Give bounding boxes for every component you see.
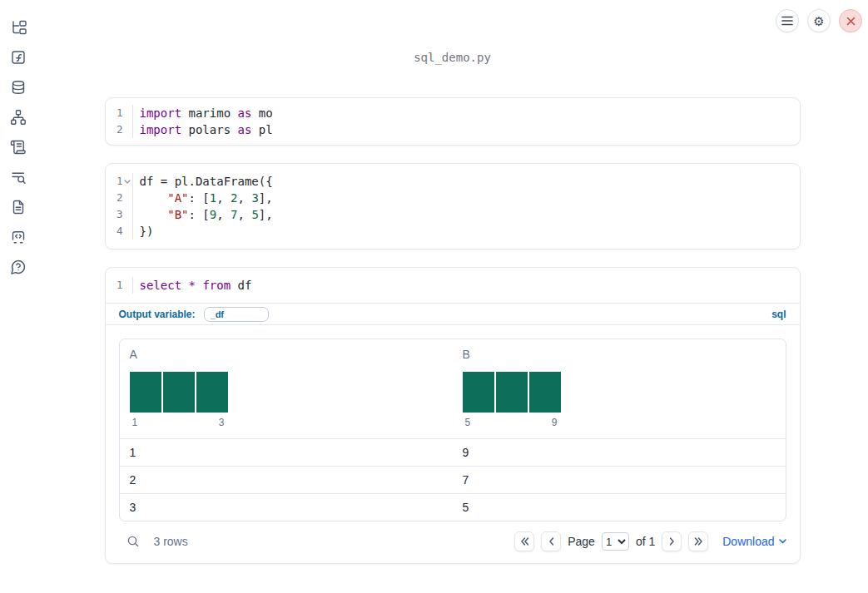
code-line[interactable]: 1df = pl.DataFrame({: [106, 173, 800, 190]
line-number: 1: [106, 277, 133, 294]
sidebar-item-help[interactable]: [10, 259, 27, 275]
code-line[interactable]: 2 "A": [1, 2, 3],: [106, 190, 800, 206]
hist-max-label: 9: [552, 417, 558, 428]
table-header: A13B59: [120, 339, 786, 438]
first-page-button[interactable]: [514, 531, 534, 551]
dataframe-table: A13B59 192735: [119, 339, 786, 521]
sql-editor[interactable]: 1select * from df: [106, 268, 800, 304]
code-text: import polars as pl: [133, 121, 273, 138]
file-tree-icon: [10, 19, 27, 36]
code-line[interactable]: 1select * from df: [106, 277, 800, 294]
chevron-left-icon: [548, 537, 554, 546]
cell-output: A13B59 192735: [106, 325, 800, 521]
code-editor[interactable]: 1df = pl.DataFrame({2 "A": [1, 2, 3],3 "…: [106, 164, 800, 249]
network-graph-icon: [10, 109, 27, 126]
code-line[interactable]: 3 "B": [9, 7, 5],: [106, 206, 800, 223]
table-footer: 3 rows Page 1 of 1: [106, 521, 800, 563]
histogram-axis-labels: 13: [130, 417, 228, 428]
notebook-main: sql_demo.py 1import marimo as mo2import …: [37, 0, 868, 593]
help-bubble-icon: [10, 259, 27, 275]
last-page-button[interactable]: [688, 531, 708, 551]
chevron-down-icon: [779, 539, 786, 544]
line-number: 1: [106, 105, 133, 121]
column-header-a[interactable]: A13: [120, 339, 453, 438]
cells-container: 1import marimo as mo2import polars as pl…: [105, 97, 801, 564]
table-cell: 3: [120, 494, 453, 521]
table-row[interactable]: 19: [120, 438, 786, 466]
histogram-bar: [496, 372, 528, 413]
code-text: select * from df: [133, 277, 252, 294]
page-select[interactable]: 1: [602, 532, 629, 551]
line-number: 3: [106, 206, 133, 223]
code-editor[interactable]: 1import marimo as mo2import polars as pl: [106, 98, 800, 145]
fold-chevron-icon[interactable]: [123, 180, 132, 184]
code-text: "B": [9, 7, 5],: [133, 206, 273, 223]
table-cell: 1: [120, 439, 453, 466]
histogram-bar: [529, 372, 561, 413]
line-number: 2: [106, 190, 133, 206]
page-label: Page: [568, 535, 595, 548]
table-cell: 7: [453, 467, 786, 493]
histogram-bar: [130, 372, 161, 413]
output-variable-label: Output variable:: [119, 309, 196, 320]
column-name: B: [463, 348, 776, 361]
search-icon[interactable]: [126, 535, 140, 548]
column-header-b[interactable]: B59: [453, 339, 786, 438]
line-number: 1: [106, 173, 133, 190]
download-label: Download: [722, 535, 774, 548]
histogram-bar: [163, 372, 195, 413]
row-count: 3 rows: [154, 535, 188, 548]
sidebar-item-file-explorer[interactable]: [10, 19, 27, 36]
output-variable-input[interactable]: [204, 307, 269, 322]
hist-min-label: 5: [465, 417, 471, 428]
table-cell: 2: [120, 467, 453, 493]
histogram-bar: [463, 372, 494, 413]
chevron-right-icon: [669, 537, 675, 546]
sidebar-item-variables[interactable]: [10, 49, 27, 66]
prev-page-button[interactable]: [541, 531, 561, 551]
chevrons-left-icon: [520, 537, 529, 546]
code-line[interactable]: 2import polars as pl: [106, 121, 800, 138]
histogram-bar: [196, 372, 228, 413]
file-text-icon: [10, 199, 27, 215]
sidebar-item-documentation[interactable]: [10, 199, 27, 215]
database-icon: [10, 79, 27, 96]
sidebar-item-logs[interactable]: [10, 139, 27, 156]
code-cell-imports[interactable]: 1import marimo as mo2import polars as pl: [105, 97, 801, 146]
scroll-icon: [10, 139, 27, 156]
line-number: 4: [106, 223, 133, 240]
column-histogram[interactable]: [130, 372, 228, 413]
list-search-icon: [10, 169, 27, 185]
sidebar-item-search-logs[interactable]: [10, 169, 27, 185]
table-cell: 5: [453, 494, 786, 521]
histogram-axis-labels: 59: [463, 417, 561, 428]
code-text: import marimo as mo: [133, 105, 273, 121]
chevrons-right-icon: [694, 537, 703, 546]
notebook-title: sql_demo.py: [37, 51, 868, 64]
code-text: }): [133, 223, 154, 240]
table-cell: 9: [453, 439, 786, 466]
hist-max-label: 3: [219, 417, 225, 428]
next-page-button[interactable]: [662, 531, 682, 551]
sql-language-badge: sql: [771, 309, 786, 320]
code-line[interactable]: 1import marimo as mo: [106, 105, 800, 121]
sidebar-item-datasources[interactable]: [10, 79, 27, 96]
download-button[interactable]: Download: [722, 535, 786, 548]
output-variable-row: Output variable: sql: [106, 304, 800, 325]
line-number: 2: [106, 121, 133, 138]
table-body: 192735: [120, 438, 786, 521]
sql-cell[interactable]: 1select * from df Output variable: sql A…: [105, 267, 801, 564]
column-histogram[interactable]: [463, 372, 561, 413]
code-text: "A": [1, 2, 3],: [133, 190, 273, 206]
sidebar-item-snippets[interactable]: [10, 229, 27, 245]
table-row[interactable]: 27: [120, 466, 786, 493]
hist-min-label: 1: [132, 417, 138, 428]
code-box-icon: [10, 229, 27, 245]
marimo-app: ⚙ sql_demo.py 1import marimo as mo2impor…: [0, 0, 868, 593]
function-square-icon: [10, 49, 27, 66]
code-line[interactable]: 4}): [106, 223, 800, 240]
code-cell-dataframe[interactable]: 1df = pl.DataFrame({2 "A": [1, 2, 3],3 "…: [105, 163, 801, 250]
column-name: A: [130, 348, 443, 361]
sidebar-item-dependencies[interactable]: [10, 109, 27, 126]
table-row[interactable]: 35: [120, 493, 786, 521]
